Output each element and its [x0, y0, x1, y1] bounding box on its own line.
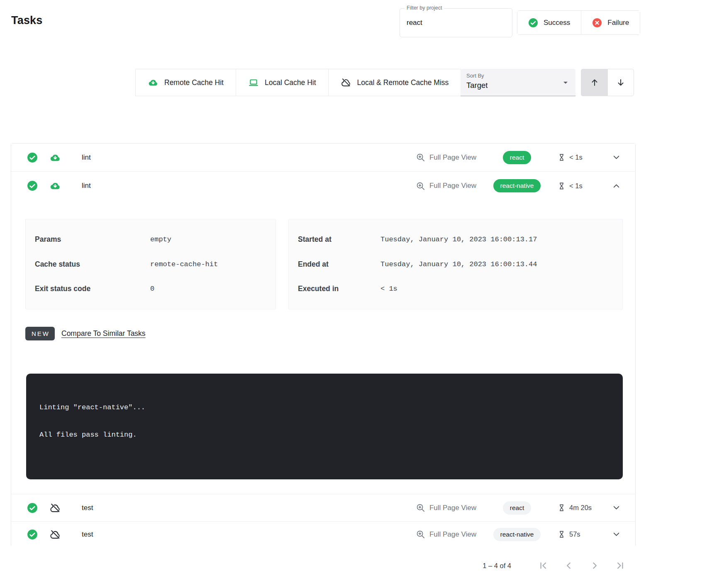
- project-filter-input[interactable]: [400, 9, 512, 37]
- sort-by-select[interactable]: Sort By Target: [461, 69, 575, 96]
- started-at-row: Started at Tuesday, January 10, 2023 16:…: [289, 235, 622, 244]
- task-name: test: [82, 504, 93, 512]
- sort-ascending-button[interactable]: [581, 69, 607, 96]
- sort-descending-button[interactable]: [607, 69, 634, 96]
- pagination: 1 – 4 of 4: [483, 555, 627, 576]
- zoom-in-icon: [416, 181, 425, 191]
- remote-cache-hit-filter-button[interactable]: Remote Cache Hit: [136, 69, 236, 96]
- chevron-down-icon: [612, 503, 621, 513]
- first-page-button[interactable]: [537, 559, 549, 572]
- expand-row-button[interactable]: [610, 151, 623, 164]
- success-status-icon: [27, 152, 38, 163]
- zoom-in-icon: [416, 153, 425, 162]
- hourglass-icon: [558, 153, 566, 161]
- terminal-line: All files pass linting.: [39, 430, 610, 440]
- cache-miss-label: Local & Remote Cache Miss: [357, 78, 449, 87]
- task-name: lint: [82, 182, 91, 190]
- task-row-lint-react[interactable]: lint Full Page View react < 1s: [11, 143, 635, 172]
- task-row-lint-react-native[interactable]: lint Full Page View react-native < 1s: [11, 172, 635, 200]
- chevron-right-icon: [589, 560, 600, 571]
- local-cache-hit-label: Local Cache Hit: [265, 78, 316, 87]
- terminal-line: Linting "react-native"...: [39, 403, 610, 413]
- failure-label: Failure: [607, 19, 629, 27]
- page-title: Tasks: [11, 14, 43, 27]
- failure-filter-button[interactable]: Failure: [581, 11, 640, 34]
- last-page-button[interactable]: [614, 559, 627, 572]
- next-page-button[interactable]: [588, 559, 601, 572]
- first-page-icon: [538, 560, 549, 571]
- terminal-output: Linting "react-native"... All files pass…: [26, 374, 623, 479]
- project-filter-field[interactable]: Filter by project: [400, 8, 512, 37]
- task-duration: 4m 20s: [558, 504, 594, 512]
- task-row-test-react[interactable]: test Full Page View react 4m 20s: [11, 494, 635, 521]
- ended-at-row: Ended at Tuesday, January 10, 2023 16:00…: [289, 260, 622, 269]
- compare-to-similar-tasks-link[interactable]: Compare To Similar Tasks: [61, 329, 146, 338]
- full-page-view-link[interactable]: Full Page View: [416, 181, 476, 191]
- success-filter-button[interactable]: Success: [517, 11, 581, 34]
- hourglass-icon: [558, 530, 566, 538]
- project-badge: react-native: [493, 179, 541, 192]
- task-duration: 57s: [558, 530, 594, 538]
- zoom-in-icon: [416, 530, 425, 539]
- full-page-view-link[interactable]: Full Page View: [416, 530, 476, 539]
- exit-status-row: Exit status code 0: [26, 284, 276, 293]
- chevron-up-icon: [612, 181, 621, 191]
- remote-cache-hit-label: Remote Cache Hit: [164, 78, 224, 87]
- project-badge: react-native: [493, 528, 541, 541]
- expand-row-button[interactable]: [610, 501, 623, 514]
- collapse-row-button[interactable]: [610, 180, 623, 192]
- compare-row: NEW Compare To Similar Tasks: [25, 327, 146, 340]
- full-page-view-link[interactable]: Full Page View: [416, 503, 476, 513]
- laptop-icon: [248, 77, 259, 88]
- cloud-download-icon: [148, 77, 158, 88]
- params-row: Params empty: [26, 235, 276, 244]
- cloud-off-icon: [341, 77, 351, 88]
- expand-row-button[interactable]: [610, 528, 623, 541]
- local-cache-hit-filter-button[interactable]: Local Cache Hit: [236, 69, 328, 96]
- task-name: lint: [82, 153, 91, 162]
- new-badge: NEW: [25, 327, 55, 340]
- success-status-icon: [27, 503, 38, 513]
- project-badge: react: [503, 501, 531, 515]
- sort-by-label: Sort By: [466, 73, 484, 79]
- chevron-down-icon: [612, 153, 621, 162]
- cache-filter-group: Remote Cache Hit Local Cache Hit Local &…: [135, 69, 461, 96]
- status-filter-group: Success Failure: [517, 10, 640, 35]
- sort-direction-group: [581, 69, 634, 96]
- sort-by-value: Target: [466, 81, 488, 90]
- success-status-icon: [27, 180, 38, 191]
- full-page-view-link[interactable]: Full Page View: [416, 153, 476, 162]
- success-status-icon: [27, 529, 38, 540]
- task-duration: < 1s: [558, 153, 594, 161]
- arrow-up-icon: [590, 78, 600, 87]
- cloud-off-icon: [49, 529, 61, 540]
- last-page-icon: [615, 560, 626, 571]
- project-badge: react: [503, 151, 531, 164]
- previous-page-button[interactable]: [563, 559, 575, 572]
- task-duration: < 1s: [558, 182, 594, 190]
- hourglass-icon: [558, 504, 566, 512]
- task-name: test: [82, 530, 93, 539]
- success-icon: [528, 18, 538, 28]
- cloud-download-icon: [49, 152, 61, 163]
- pagination-range-label: 1 – 4 of 4: [483, 562, 511, 570]
- arrow-down-icon: [616, 78, 626, 87]
- executed-in-row: Executed in < 1s: [289, 284, 622, 293]
- task-detail-panel-right: Started at Tuesday, January 10, 2023 16:…: [288, 219, 623, 309]
- success-label: Success: [544, 19, 570, 27]
- zoom-in-icon: [416, 503, 425, 513]
- task-detail-panel-left: Params empty Cache status remote-cache-h…: [25, 219, 276, 309]
- failure-icon: [592, 18, 602, 28]
- task-row-test-react-native[interactable]: test Full Page View react-native 57s: [11, 521, 635, 547]
- cache-miss-filter-button[interactable]: Local & Remote Cache Miss: [328, 69, 461, 96]
- cache-status-row: Cache status remote-cache-hit: [26, 260, 276, 269]
- caret-down-icon: [561, 78, 571, 87]
- hourglass-icon: [558, 182, 566, 190]
- cloud-off-icon: [49, 502, 61, 514]
- chevron-left-icon: [563, 560, 574, 571]
- chevron-down-icon: [612, 530, 621, 539]
- cloud-download-icon: [49, 180, 61, 192]
- task-list-card: lint Full Page View react < 1s: [11, 143, 636, 547]
